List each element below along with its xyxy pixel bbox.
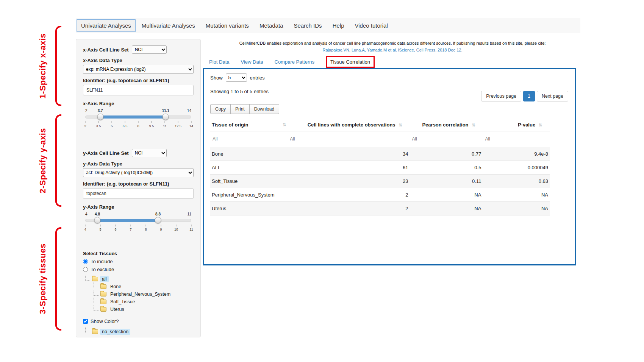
tree-node-no-selection[interactable]: no_selection [84, 329, 194, 335]
tick-mark [178, 121, 178, 123]
cell-pearson: 0.5 [410, 161, 483, 175]
tree-node-soft-tissue[interactable]: Soft_Tissue [92, 299, 194, 305]
cell-pvalue: NA [483, 188, 550, 202]
cell-pvalue: NA [483, 202, 550, 215]
table-row[interactable]: ALL 61 0.5 0.000049 [210, 161, 550, 175]
cell-pearson: 0.77 [410, 147, 483, 161]
tree-node-uterus[interactable]: Uterus [92, 306, 194, 312]
x-identifier-input[interactable] [83, 85, 194, 95]
x-cell-line-set-label: x-Axis Cell Line Set [83, 47, 129, 53]
next-page-button[interactable]: Next page [537, 91, 568, 101]
tick-mark [98, 121, 99, 123]
cell-tissue: Uterus [210, 202, 288, 215]
sidebar-panel: x-Axis Cell Line Set NCI x-Axis Data Typ… [76, 39, 201, 337]
subtab-tissue-correlation[interactable]: Tissue Correlation [326, 56, 375, 68]
folder-icon [100, 300, 106, 304]
citation-link[interactable]: Rajapakse.VN, Luna.A, Yamade.M et al. iS… [209, 47, 576, 54]
annotation-step-2: 2-Specify y-axis [34, 114, 52, 207]
tree-node-label: Soft_Tissue [108, 299, 137, 305]
filter-cell-lines-input[interactable] [289, 135, 343, 143]
filter-tissue-input[interactable] [212, 135, 266, 143]
show-color-checkbox[interactable] [83, 319, 88, 324]
tab-video-tutorial[interactable]: Video tutorial [350, 19, 392, 32]
tree-node-bone[interactable]: Bone [92, 284, 194, 290]
tick-label: 6 [114, 228, 116, 231]
header-cell-lines[interactable]: Cell lines with complete observations ⇅ [288, 119, 410, 131]
subtab-view-data[interactable]: View Data [241, 59, 263, 65]
y-data-type-select[interactable]: act: Drug Activity (-log10[IC50M]) [83, 168, 194, 177]
tick-mark [191, 225, 192, 226]
sort-icon: ⇅ [283, 122, 286, 127]
tab-univariate-analyses[interactable]: Univariate Analyses [77, 19, 136, 32]
cell-pearson: NA [410, 188, 483, 202]
tick-label: 5 [111, 124, 113, 128]
download-button[interactable]: Download [249, 104, 279, 114]
x-range-min-label: 2 [85, 109, 88, 113]
y-data-type-label: y-Axis Data Type [83, 161, 194, 167]
subtab-compare-patterns[interactable]: Compare Patterns [275, 59, 315, 65]
tick-label: 2 [84, 124, 86, 128]
main-nav: Univariate Analyses Multivariate Analyse… [76, 18, 580, 33]
include-radio[interactable] [83, 259, 88, 264]
tree-node-all-label: all [100, 276, 109, 282]
tab-help[interactable]: Help [328, 19, 349, 32]
tick-label: 9.5 [149, 124, 154, 128]
page-length-select[interactable]: 5 [226, 73, 247, 82]
tree-node-all[interactable]: all [84, 276, 194, 282]
tab-search-ids[interactable]: Search IDs [289, 19, 326, 32]
slider-handle-low[interactable] [94, 217, 101, 223]
header-tissue-of-origin[interactable]: Tissue of origin ⇅ [210, 119, 288, 131]
analysis-subtabs: Plot Data View Data Compare Patterns Tis… [209, 56, 375, 68]
tick-label: 12.5 [175, 124, 181, 128]
x-data-type-select[interactable]: exp: mRNA Expression (log2) [83, 65, 194, 74]
cell-pearson: 0.11 [410, 175, 483, 188]
y-range-low-value: 4.8 [95, 212, 100, 216]
y-identifier-input[interactable] [83, 188, 194, 199]
tree-connector [85, 275, 90, 281]
folder-icon [100, 284, 106, 289]
x-range-low-value: 3.7 [98, 109, 103, 113]
slider-handle-high[interactable] [163, 114, 169, 120]
tick-mark [146, 225, 146, 226]
filter-p-value-input[interactable] [484, 135, 538, 143]
tree-connector [94, 282, 98, 288]
copy-button[interactable]: Copy [210, 104, 231, 114]
cell-pvalue: 0.000049 [483, 161, 550, 175]
x-cell-line-set-select[interactable]: NCI [132, 45, 167, 54]
print-button[interactable]: Print [230, 104, 250, 114]
tree-node-peripheral-nervous-system[interactable]: Peripheral_Nervous_System [92, 291, 194, 297]
tick-mark [100, 225, 101, 226]
tick-label: 7 [130, 228, 131, 231]
tick-label: 4 [84, 228, 86, 231]
tick-label: 9 [160, 228, 162, 231]
tree-node-label: Bone [108, 284, 123, 290]
table-row[interactable]: Peripheral_Nervous_System 2 NA NA [210, 188, 550, 202]
previous-page-button[interactable]: Previous page [481, 91, 521, 101]
tab-metadata[interactable]: Metadata [255, 19, 288, 32]
tab-mutation-variants[interactable]: Mutation variants [201, 19, 253, 32]
tick-label: 14 [189, 124, 193, 128]
x-identifier-label: Identifier: (e.g. topotecan or SLFN11) [83, 78, 194, 83]
folder-icon [92, 277, 98, 281]
subtab-plot-data[interactable]: Plot Data [209, 59, 229, 65]
pagination: Previous page 1 Next page [481, 91, 568, 101]
annotation-bracket-3 [55, 227, 61, 331]
tick-label: 3.5 [96, 124, 101, 128]
slider-handle-low[interactable] [97, 114, 103, 120]
sort-icon: ⇅ [399, 123, 402, 127]
tick-mark [112, 121, 112, 123]
tick-mark [85, 121, 86, 123]
tick-mark [131, 225, 131, 226]
table-row[interactable]: Soft_Tissue 23 0.11 0.63 [210, 175, 550, 188]
header-p-value[interactable]: P-value ⇅ [483, 119, 550, 131]
exclude-radio[interactable] [83, 267, 88, 272]
y-cell-line-set-select[interactable]: NCI [132, 149, 167, 157]
filter-pearson-input[interactable] [411, 135, 465, 143]
page-1-button[interactable]: 1 [523, 91, 535, 101]
slider-handle-high[interactable] [155, 217, 161, 223]
table-row[interactable]: Bone 34 0.77 9.4e-8 [210, 147, 550, 161]
header-pearson-correlation[interactable]: Pearson correlation ⇅ [410, 119, 483, 131]
cell-tissue: Peripheral_Nervous_System [210, 188, 288, 202]
table-row[interactable]: Uterus 2 NA NA [210, 202, 550, 215]
tab-multivariate-analyses[interactable]: Multivariate Analyses [137, 19, 200, 32]
